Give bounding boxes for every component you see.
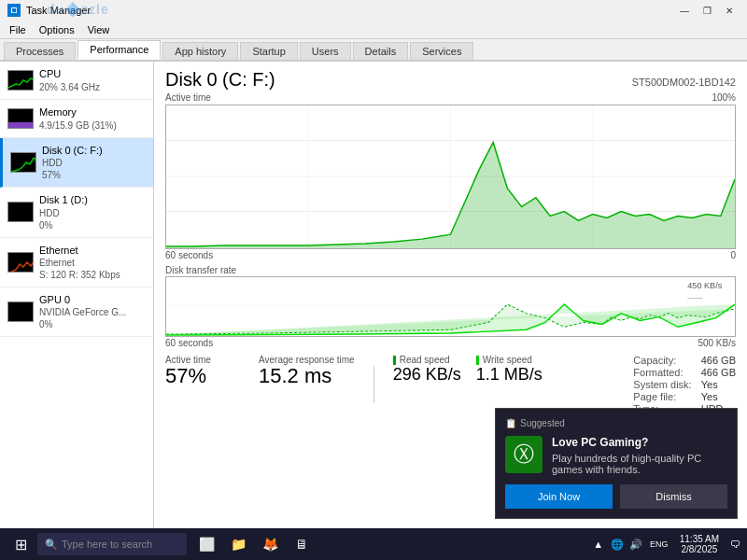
taskview-button[interactable]: ⬜ bbox=[192, 530, 220, 558]
tab-performance[interactable]: Performance bbox=[78, 40, 161, 60]
system-disk-value: Yes bbox=[701, 379, 736, 390]
minimize-button[interactable]: — bbox=[674, 3, 695, 18]
time-60s: 60 seconds bbox=[165, 250, 213, 260]
cpu-sub: 20% 3.64 GHz bbox=[39, 81, 100, 93]
notification-buttons: Join Now Dismiss bbox=[505, 484, 727, 509]
maximize-button[interactable]: ❐ bbox=[697, 3, 717, 18]
avg-response-value: 15.2 ms bbox=[259, 365, 355, 387]
svg-rect-2 bbox=[8, 253, 34, 273]
tab-services[interactable]: Services bbox=[410, 42, 473, 60]
ethernet-sub1: Ethernet bbox=[39, 257, 120, 269]
close-button[interactable]: ✕ bbox=[719, 3, 740, 18]
read-speed-indicator bbox=[393, 356, 396, 365]
notification-header: 📋 Suggested bbox=[505, 418, 727, 428]
transfer-time-60s: 60 seconds bbox=[165, 338, 213, 348]
memory-label: Memory bbox=[39, 105, 117, 119]
right-stats: Capacity: 466 GB Formatted: 466 GB Syste… bbox=[633, 355, 736, 414]
sidebar-item-gpu0[interactable]: GPU 0 NVIDIA GeForce G... 0% bbox=[0, 287, 153, 337]
suggested-icon: 📋 bbox=[505, 418, 516, 428]
svg-rect-0 bbox=[11, 153, 36, 173]
gpu0-sub2: 0% bbox=[39, 318, 126, 330]
memory-sub: 4.9/15.9 GB (31%) bbox=[39, 119, 117, 132]
memory-mini-chart bbox=[7, 105, 34, 132]
tray-show-hidden[interactable]: ▲ bbox=[590, 531, 607, 557]
disk1-sub2: 0% bbox=[39, 219, 88, 231]
system-disk-label: System disk: bbox=[633, 379, 691, 390]
search-icon: 🔍 bbox=[45, 539, 58, 551]
capacity-value: 466 GB bbox=[701, 355, 736, 366]
window-controls: — ❐ ✕ bbox=[674, 3, 740, 18]
tab-processes[interactable]: Processes bbox=[4, 42, 76, 60]
tray-network[interactable]: 🌐 bbox=[609, 531, 626, 557]
active-time-label: Active time bbox=[165, 92, 211, 103]
stats-divider bbox=[374, 366, 374, 403]
notification-body-text: Play hundreds of high-quality PC games w… bbox=[552, 453, 727, 475]
avg-response-stat: Average response time 15.2 ms bbox=[259, 355, 355, 387]
taskbar: ⊞ 🔍 Type here to search ⬜ 📁 🦊 🖥 ▲ 🌐 🔊 EN… bbox=[0, 528, 747, 560]
disk0-label: Disk 0 (C: F:) bbox=[42, 144, 103, 157]
chart-label-row1: Active time 100% bbox=[165, 92, 736, 103]
disk1-sub1: HDD bbox=[39, 207, 88, 219]
taskbar-app-icons: ⬜ 📁 🦊 🖥 bbox=[192, 530, 316, 558]
title-bar: ⧠ Task Manager — ❐ ✕ bbox=[0, 0, 747, 21]
cpu-mini-chart bbox=[7, 67, 34, 93]
menu-view[interactable]: View bbox=[82, 23, 116, 36]
ethernet-mini-chart bbox=[7, 249, 34, 275]
taskbar-search-box[interactable]: 🔍 Type here to search bbox=[37, 533, 187, 555]
dismiss-button[interactable]: Dismiss bbox=[620, 484, 727, 509]
stats-row: Active time 57% Average response time 15… bbox=[165, 355, 736, 414]
sidebar: CPU 20% 3.64 GHz Memory 4.9/15.9 GB (31%… bbox=[0, 62, 154, 530]
svg-rect-1 bbox=[8, 203, 34, 222]
menu-options[interactable]: Options bbox=[34, 23, 80, 36]
join-now-button[interactable]: Join Now bbox=[505, 484, 613, 509]
time-display: 11:35 AM bbox=[680, 534, 719, 544]
disk-chart bbox=[165, 105, 736, 249]
page-file-value: Yes bbox=[701, 391, 736, 402]
page-file-label: Page file: bbox=[633, 391, 691, 402]
tab-startup[interactable]: Startup bbox=[240, 42, 297, 60]
clock[interactable]: 11:35 AM 2/8/2025 bbox=[676, 534, 723, 554]
chart-time-row1: 60 seconds 0 bbox=[165, 250, 736, 260]
cpu-label: CPU bbox=[39, 67, 100, 80]
transfer-rate-max: 500 KB/s bbox=[698, 338, 736, 348]
app-icon: ⧠ bbox=[7, 4, 21, 17]
start-button[interactable]: ⊞ bbox=[4, 528, 37, 560]
notification-center[interactable]: 🗨 bbox=[726, 531, 743, 557]
time-0: 0 bbox=[730, 250, 736, 260]
app-icon-4[interactable]: 🖥 bbox=[288, 530, 316, 558]
sidebar-item-ethernet[interactable]: Ethernet Ethernet S: 120 R: 352 Kbps bbox=[0, 238, 153, 287]
window-title: Task Manager bbox=[26, 5, 91, 16]
sidebar-item-disk1[interactable]: Disk 1 (D:) HDD 0% bbox=[0, 188, 153, 237]
gpu0-label: GPU 0 bbox=[39, 293, 126, 306]
suggested-label: Suggested bbox=[520, 418, 565, 428]
write-speed-item: Write speed 1.1 MB/s bbox=[476, 355, 543, 385]
firefox-icon[interactable]: 🦊 bbox=[256, 530, 284, 558]
tab-users[interactable]: Users bbox=[300, 42, 351, 60]
disk-model: ST500DM002-1BD142 bbox=[632, 77, 736, 88]
menu-file[interactable]: File bbox=[4, 23, 32, 36]
svg-text:450 KB/s: 450 KB/s bbox=[687, 281, 723, 290]
ethernet-label: Ethernet bbox=[39, 244, 120, 257]
formatted-value: 466 GB bbox=[701, 367, 736, 378]
file-explorer-icon[interactable]: 📁 bbox=[224, 530, 252, 558]
sidebar-item-memory[interactable]: Memory 4.9/15.9 GB (31%) bbox=[0, 100, 153, 138]
disk0-sub1: HDD bbox=[42, 157, 103, 169]
pct-100: 100% bbox=[712, 92, 736, 103]
disk-title: Disk 0 (C: F:) bbox=[165, 69, 275, 91]
sidebar-item-cpu[interactable]: CPU 20% 3.64 GHz bbox=[0, 62, 153, 100]
tray-icons: ▲ 🌐 🔊 ENG bbox=[590, 531, 672, 557]
tray-volume[interactable]: 🔊 bbox=[627, 531, 644, 557]
transfer-chart: 450 KB/s —— bbox=[165, 276, 736, 337]
disk0-mini-chart bbox=[10, 149, 36, 175]
active-time-value: 57% bbox=[165, 365, 240, 387]
tab-details[interactable]: Details bbox=[353, 42, 409, 60]
xbox-logo: Ⓧ bbox=[505, 436, 543, 473]
tray-lang[interactable]: ENG bbox=[646, 531, 672, 557]
read-speed-value: 296 KB/s bbox=[393, 365, 461, 385]
notification-title: Love PC Gaming? bbox=[552, 436, 727, 449]
sidebar-item-disk0[interactable]: Disk 0 (C: F:) HDD 57% bbox=[0, 138, 153, 188]
notification-body: Ⓧ Love PC Gaming? Play hundreds of high-… bbox=[505, 436, 727, 475]
write-speed-indicator bbox=[476, 356, 479, 365]
tab-app-history[interactable]: App history bbox=[162, 42, 238, 60]
formatted-label: Formatted: bbox=[633, 367, 691, 378]
